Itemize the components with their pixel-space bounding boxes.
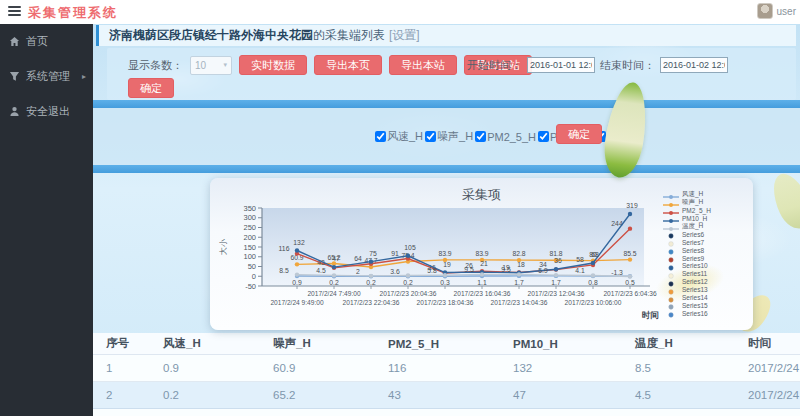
legend-label: PM2_5_H [682, 207, 711, 214]
end-time-input[interactable] [660, 57, 728, 73]
svg-text:2017/2/23 22:04:36: 2017/2/23 22:04:36 [343, 299, 400, 306]
table-header-cell: PM10_H [500, 338, 622, 350]
svg-text:85.5: 85.5 [623, 250, 636, 257]
checkbox-input[interactable] [475, 131, 486, 142]
svg-text:0.2: 0.2 [366, 279, 376, 286]
page-title-suffix: 的采集端列表 [313, 27, 385, 44]
svg-text:319: 319 [626, 202, 638, 209]
svg-text:100: 100 [243, 252, 256, 261]
table-cell: 2017/2/24 9:49:0 [735, 362, 800, 374]
filter-confirm-button[interactable]: 确定 [556, 124, 602, 144]
chart-legend: 风速_H噪声_HPM2_5_HPM10_H温度_HSeries6Series7S… [663, 191, 745, 317]
app-title: 采集管理系统 [28, 4, 118, 22]
logout-user-icon [9, 106, 20, 117]
svg-text:9.5: 9.5 [464, 266, 474, 273]
table-row: 10.960.91161328.52017/2/24 9:49:0 [93, 355, 800, 382]
svg-text:-1.3: -1.3 [611, 269, 623, 276]
svg-text:83.9: 83.9 [475, 250, 488, 257]
page-size-value: 10 [195, 60, 206, 71]
legend-dot-marker [663, 312, 679, 318]
checkbox-label: 风速_H [387, 129, 423, 144]
checkbox-label: PM2_5_H [487, 131, 536, 143]
table-cell: 47 [500, 389, 622, 401]
settings-link[interactable]: [设置] [389, 27, 420, 44]
legend-label: Series12 [682, 278, 708, 285]
user-name-label: user [777, 6, 796, 17]
series-checkbox-噪声_H: 噪声_H [425, 129, 473, 144]
table-header-cell: 时间 [735, 336, 800, 351]
table-row: 20.265.243474.52017/2/24 7:49:0 [93, 382, 800, 409]
controls-panel: 显示条数： 10 ▾ 实时数据 导出本页 导出本站 导出全站 开始时间： 结束时… [107, 48, 796, 100]
sidebar-item-system[interactable]: 系统管理 ▸ [0, 59, 93, 94]
svg-text:2017/2/23 20:04:36: 2017/2/23 20:04:36 [380, 290, 437, 297]
legend-label: Series11 [682, 270, 707, 277]
svg-text:75: 75 [369, 250, 377, 257]
svg-text:4.5: 4.5 [316, 267, 326, 274]
checkbox-input[interactable] [375, 131, 386, 142]
svg-text:2017/2/23 6:04:36: 2017/2/23 6:04:36 [603, 290, 656, 297]
sidebar-nav: 首页 系统管理 ▸ 安全退出 [0, 24, 93, 416]
svg-text:2017/2/23 18:04:36: 2017/2/23 18:04:36 [417, 299, 474, 306]
table-cell: 2 [93, 389, 150, 401]
table-cell: 2017/2/24 7:49:0 [735, 389, 800, 401]
table-header-row: 序号风速_H噪声_HPM2_5_HPM10_H温度_H时间 [93, 333, 800, 355]
table-row: 30.247.7647522017/2/23 22:0 [93, 409, 800, 416]
realtime-data-button[interactable]: 实时数据 [239, 55, 307, 75]
svg-text:300: 300 [243, 213, 256, 222]
end-time-label: 结束时间： [600, 58, 655, 73]
svg-text:0.8: 0.8 [588, 279, 598, 286]
svg-text:-50: -50 [245, 282, 256, 291]
hamburger-menu-icon[interactable] [8, 6, 21, 17]
svg-text:2017/2/24 9:49:00: 2017/2/24 9:49:00 [270, 299, 323, 306]
user-menu[interactable]: user [757, 3, 796, 19]
svg-text:36: 36 [554, 257, 562, 264]
svg-text:350: 350 [243, 204, 256, 213]
chevron-right-icon: ▸ [82, 72, 86, 81]
svg-text:时间: 时间 [642, 310, 659, 320]
confirm-button[interactable]: 确定 [128, 78, 174, 98]
top-header-bar: 采集管理系统 user [0, 0, 800, 24]
svg-text:200: 200 [243, 233, 256, 242]
legend-label: Series13 [682, 286, 708, 293]
svg-text:0.5: 0.5 [625, 279, 635, 286]
svg-text:大小: 大小 [219, 238, 228, 255]
table-cell: 43 [375, 389, 500, 401]
svg-text:21: 21 [480, 260, 488, 267]
svg-text:18: 18 [517, 261, 525, 268]
legend-item-Series16[interactable]: Series16 [663, 309, 745, 317]
svg-text:2017/2/23 12:04:36: 2017/2/23 12:04:36 [528, 290, 585, 297]
table-cell: 4.5 [622, 389, 735, 401]
legend-label: Series9 [682, 255, 704, 262]
table-header-cell: 噪声_H [260, 336, 375, 351]
svg-text:82.8: 82.8 [512, 250, 525, 257]
page-title: 济南槐荫区段店镇经十路外海中央花园的采集端列表 [设置] [96, 25, 796, 46]
svg-text:116: 116 [279, 245, 290, 252]
sidebar-item-logout[interactable]: 安全退出 [0, 94, 93, 129]
start-time-input[interactable] [527, 57, 595, 73]
legend-label: 噪声_H [682, 198, 703, 207]
checkbox-input[interactable] [425, 131, 436, 142]
svg-text:83.9: 83.9 [438, 250, 451, 257]
sidebar-item-label: 安全退出 [26, 104, 70, 119]
export-page-button[interactable]: 导出本页 [314, 55, 382, 75]
main-content: 济南槐荫区段店镇经十路外海中央花园的采集端列表 [设置] 显示条数： 10 ▾ … [93, 24, 800, 416]
export-station-button[interactable]: 导出本站 [389, 55, 457, 75]
svg-text:0.3: 0.3 [440, 279, 450, 286]
checkbox-input[interactable] [538, 131, 549, 142]
legend-label: Series8 [682, 247, 704, 254]
series-checkbox-group: 风速_H噪声_HPM2_5_HPM10_H温度_H [375, 129, 643, 144]
page-size-select[interactable]: 10 ▾ [190, 56, 232, 75]
home-icon [9, 36, 20, 47]
sidebar-item-home[interactable]: 首页 [0, 24, 93, 59]
leaf-decoration [766, 168, 800, 234]
series-checkbox-PM2_5_H: PM2_5_H [475, 131, 536, 143]
chart-card: 采集项 -500501001502002503003502017/2/24 9:… [210, 178, 753, 330]
svg-text:2: 2 [356, 268, 360, 275]
legend-label: Series6 [682, 231, 704, 238]
series-checkbox-风速_H: 风速_H [375, 129, 423, 144]
svg-text:1.7: 1.7 [514, 279, 524, 286]
table-cell: 8.5 [622, 362, 735, 374]
table-header-cell: 温度_H [622, 336, 735, 351]
table-header-cell: 风速_H [150, 336, 260, 351]
divider-band-top [93, 100, 800, 108]
